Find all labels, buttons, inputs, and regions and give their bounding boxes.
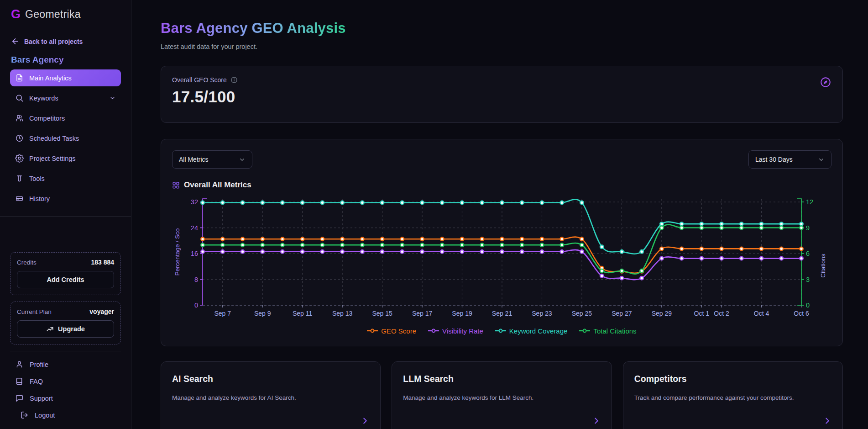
sidebar-item-faq[interactable]: FAQ xyxy=(10,374,121,389)
svg-text:Sep 17: Sep 17 xyxy=(412,310,433,317)
svg-text:Sep 23: Sep 23 xyxy=(532,310,552,317)
sidebar-item-support[interactable]: Support xyxy=(10,391,121,406)
legend-label: Total Citations xyxy=(593,327,636,335)
plan-label: Current Plan xyxy=(17,308,52,315)
credits-label: Credits xyxy=(17,259,37,266)
history-icon xyxy=(15,194,24,203)
chevron-right-icon[interactable] xyxy=(360,416,370,426)
svg-text:32: 32 xyxy=(191,198,198,206)
legend-marker-icon xyxy=(579,327,590,335)
svg-text:Oct 2: Oct 2 xyxy=(714,310,729,317)
sidebar-item-label: Competitors xyxy=(29,115,65,122)
svg-text:Sep 11: Sep 11 xyxy=(293,310,313,317)
app-name: Geometrika xyxy=(25,8,81,21)
chevron-right-icon[interactable] xyxy=(822,416,832,426)
add-credits-button[interactable]: Add Credits xyxy=(17,271,114,288)
sidebar-item-label: FAQ xyxy=(30,378,43,385)
sidebar-item-label: Scheduled Tasks xyxy=(29,135,79,142)
svg-text:Sep 29: Sep 29 xyxy=(652,310,672,317)
svg-text:9: 9 xyxy=(806,224,810,232)
llm-search-card[interactable]: LLM SearchManage and analyze keywords fo… xyxy=(392,361,612,429)
chevron-down-icon xyxy=(818,156,825,163)
metrics-select-value: All Metrics xyxy=(179,156,209,163)
legend-item-total-citations[interactable]: Total Citations xyxy=(579,327,636,335)
sidebar-item-project-settings[interactable]: Project Settings xyxy=(10,150,121,167)
logo-g-icon: G xyxy=(11,8,21,21)
back-to-projects-link[interactable]: Back to all projects xyxy=(11,37,120,46)
info-icon[interactable] xyxy=(230,76,238,84)
sidebar-item-label: Keywords xyxy=(29,95,58,102)
sidebar-footer-nav: ProfileFAQSupportLogout xyxy=(10,357,121,423)
svg-text:0: 0 xyxy=(194,302,198,309)
sidebar-item-label: Logout xyxy=(35,412,55,419)
sidebar-item-scheduled-tasks[interactable]: Scheduled Tasks xyxy=(10,130,121,147)
grid-icon xyxy=(172,181,180,189)
chevron-right-icon[interactable] xyxy=(591,416,601,426)
chart-title: Overall All Metrics xyxy=(184,180,251,190)
svg-text:Oct 4: Oct 4 xyxy=(754,310,769,317)
users-icon xyxy=(15,114,24,122)
legend-label: GEO Score xyxy=(381,327,416,335)
svg-text:24: 24 xyxy=(191,224,198,232)
svg-text:0: 0 xyxy=(806,302,810,309)
sidebar-item-history[interactable]: History xyxy=(10,190,121,207)
sidebar-item-label: Tools xyxy=(29,175,45,182)
svg-text:Sep 7: Sep 7 xyxy=(214,310,231,317)
arrow-left-icon xyxy=(11,37,20,46)
svg-text:16: 16 xyxy=(191,250,198,257)
svg-text:Sep 13: Sep 13 xyxy=(332,310,353,317)
sidebar-nav: Main AnalyticsKeywordsCompetitorsSchedul… xyxy=(0,69,131,207)
sidebar-item-tools[interactable]: Tools xyxy=(10,170,121,187)
chart-legend: GEO ScoreVisibility RateKeyword Coverage… xyxy=(172,327,831,335)
legend-item-keyword-coverage[interactable]: Keyword Coverage xyxy=(495,327,568,335)
person-icon xyxy=(15,360,24,369)
sidebar-item-keywords[interactable]: Keywords xyxy=(10,90,121,106)
legend-label: Visibility Rate xyxy=(442,327,483,335)
legend-item-geo-score[interactable]: GEO Score xyxy=(367,327,416,335)
ai-search-card[interactable]: AI SearchManage and analyze keywords for… xyxy=(161,361,381,429)
logout-icon xyxy=(20,411,29,419)
legend-marker-icon xyxy=(428,327,439,335)
upgrade-button[interactable]: Upgrade xyxy=(17,320,114,338)
sidebar-item-competitors[interactable]: Competitors xyxy=(10,110,121,127)
sidebar-item-profile[interactable]: Profile xyxy=(10,357,121,372)
date-range-select-value: Last 30 Days xyxy=(755,156,793,163)
svg-text:Oct 1: Oct 1 xyxy=(694,310,710,317)
svg-text:Oct 6: Oct 6 xyxy=(794,310,809,317)
svg-text:6: 6 xyxy=(806,250,810,257)
score-value: 17.5/100 xyxy=(172,88,831,106)
date-range-select[interactable]: Last 30 Days xyxy=(748,150,831,169)
svg-text:3: 3 xyxy=(806,276,810,283)
feature-card-title: LLM Search xyxy=(403,374,600,384)
chevron-down-icon xyxy=(239,156,246,163)
svg-text:12: 12 xyxy=(806,198,813,206)
chat-icon xyxy=(15,394,24,403)
compass-icon[interactable] xyxy=(820,76,831,88)
chevron-down-icon xyxy=(109,95,116,101)
line-chart[interactable]: 08162432Percentage / Sco036912CitationsS… xyxy=(172,193,831,324)
main-content: Bars Agency GEO Analysis Latest audit da… xyxy=(131,0,868,429)
credits-box: Credits 183 884 Add Credits xyxy=(10,252,121,295)
competitors-card[interactable]: CompetitorsTrack and compare performance… xyxy=(623,361,843,429)
feature-cards-row: AI SearchManage and analyze keywords for… xyxy=(161,361,843,429)
right-axis-label: Citations xyxy=(820,254,826,278)
plan-value: voyager xyxy=(89,308,114,315)
legend-marker-icon xyxy=(367,327,378,335)
document-icon xyxy=(15,74,24,82)
metrics-select[interactable]: All Metrics xyxy=(172,150,252,169)
search-icon xyxy=(15,94,24,102)
sidebar-item-label: Support xyxy=(30,395,53,402)
toolbox-icon xyxy=(15,174,24,183)
svg-text:Sep 25: Sep 25 xyxy=(572,310,592,317)
svg-text:Sep 21: Sep 21 xyxy=(492,310,512,317)
sidebar-divider xyxy=(0,216,131,217)
sidebar-item-label: Main Analytics xyxy=(29,74,72,82)
legend-item-visibility-rate[interactable]: Visibility Rate xyxy=(428,327,483,335)
sidebar-item-label: Project Settings xyxy=(29,155,76,162)
sidebar-item-main-analytics[interactable]: Main Analytics xyxy=(10,69,121,86)
left-axis-label: Percentage / Sco xyxy=(174,228,181,276)
feature-card-description: Manage and analyze keywords for AI Searc… xyxy=(172,394,369,401)
back-link-label: Back to all projects xyxy=(24,38,83,45)
sidebar-item-logout[interactable]: Logout xyxy=(10,408,121,423)
page-title: Bars Agency GEO Analysis xyxy=(161,20,346,37)
